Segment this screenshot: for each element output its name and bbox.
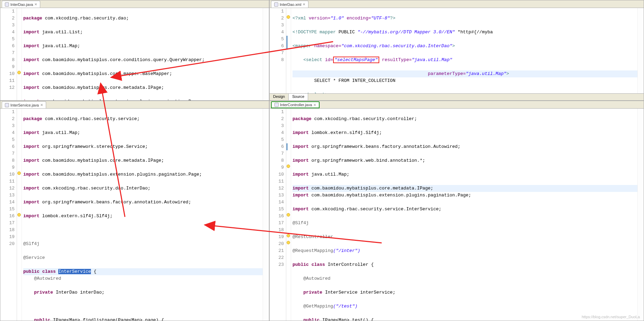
xml-view-tabs: Design Source [270,93,644,100]
xml-file-icon [274,2,278,7]
warning-marker-icon [287,213,290,217]
watermark: https://blog.csdn.net/super_DuoLa [582,315,640,319]
java-file-icon [5,103,9,107]
java-file-icon [5,2,9,7]
close-icon[interactable]: ✕ [303,2,305,6]
editor-margin [17,109,22,321]
tab-interdao-xml[interactable]: InterDao.xml ✕ [271,1,308,8]
code-content[interactable]: <?xml version="1.0" encoding="UTF-8"?> <… [291,8,637,93]
tabbar: InterController.java ✕ [270,101,644,109]
overview-ruler[interactable] [637,8,644,93]
overview-ruler[interactable] [637,109,644,321]
code-editor[interactable]: 1234567891011121314151617181920212223 pa… [270,109,644,321]
selected-classname: InterService [58,269,91,274]
editor-margin [17,8,22,100]
editor-pane-interdao-xml: InterDao.xml ✕ 12345678 <?xml version="1… [269,0,644,101]
code-editor[interactable]: 123456789101112 package com.xkcoding.rba… [0,8,269,100]
tab-intercontroller-java[interactable]: InterController.java ✕ [271,101,320,108]
warning-marker-icon [287,241,290,244]
warning-marker-icon [287,15,290,19]
tabbar: InterDao.xml ✕ [270,0,644,8]
close-icon[interactable]: ✕ [40,103,43,107]
line-numbers: 1234567891011121314151617181920 [0,109,17,321]
editor-margin [286,109,291,321]
tab-label: InterService.java [10,103,39,107]
source-tab[interactable]: Source [289,94,308,100]
line-numbers: 1234567891011121314151617181920212223 [270,109,286,321]
highlighted-id-selectmapspage: "selectMapsPage" [333,57,379,63]
line-numbers: 123456789101112 [0,8,17,100]
change-marker [286,143,288,150]
tab-interservice-java[interactable]: InterService.java ✕ [2,101,46,108]
design-tab[interactable]: Design [270,94,289,100]
overview-ruler[interactable] [263,8,269,100]
warning-marker-icon [17,213,21,217]
warning-marker-icon [287,164,290,168]
code-content[interactable]: package com.xkcoding.rbac.security.dao; … [22,8,263,100]
warning-marker-icon [17,71,21,74]
editor-pane-interservice-java: InterService.java ✕ 12345678910111213141… [0,101,269,321]
overview-ruler[interactable] [263,109,269,321]
warning-marker-icon [17,171,21,175]
code-content[interactable]: package com.xkcoding.rbac.security.servi… [22,109,263,321]
editor-pane-interdao-java: InterDao.java ✕ 123456789101112 package … [0,0,269,101]
code-editor[interactable]: 1234567891011121314151617181920 package … [0,109,269,321]
code-content[interactable]: package com.xkcoding.rbac.security.contr… [291,109,637,321]
java-file-icon [274,103,279,107]
code-editor[interactable]: 12345678 <?xml version="1.0" encoding="U… [270,8,644,93]
editor-pane-intercontroller-java: InterController.java ✕ 12345678910111213… [269,101,644,321]
change-marker [286,36,288,50]
warning-marker-icon [287,234,290,237]
tabbar: InterService.java ✕ [0,101,269,109]
tab-interdao-java[interactable]: InterDao.java ✕ [2,1,40,8]
close-icon[interactable]: ✕ [34,2,37,6]
tab-label: InterDao.java [10,2,33,7]
editor-margin [286,8,291,93]
tab-label: InterDao.xml [280,2,301,7]
line-numbers: 12345678 [270,8,286,93]
close-icon[interactable]: ✕ [313,103,316,107]
tabbar: InterDao.java ✕ [0,0,269,8]
tab-label: InterController.java [280,103,312,107]
